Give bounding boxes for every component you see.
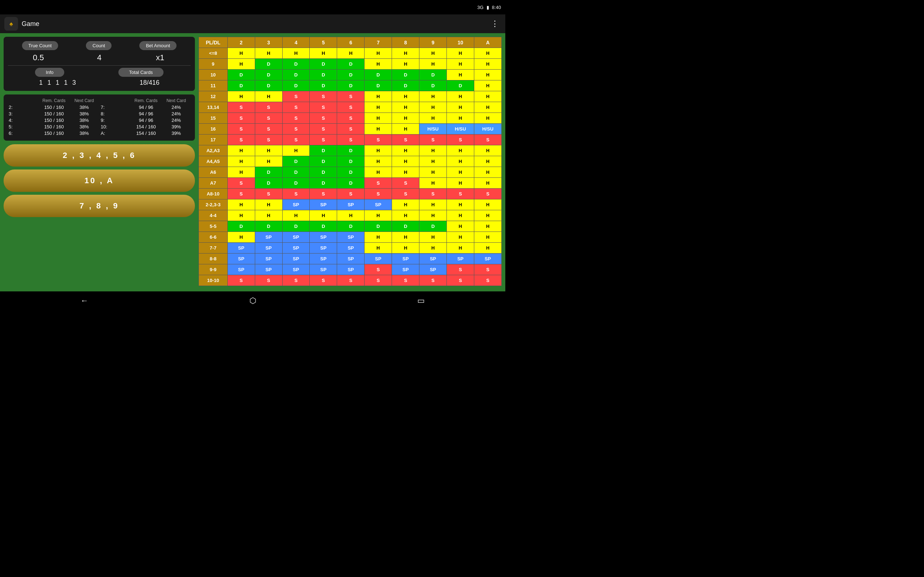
- strategy-row-header: 8-8: [199, 253, 228, 264]
- strategy-cell: H: [447, 232, 474, 243]
- strategy-cell: S: [255, 102, 282, 113]
- strategy-cell: H: [392, 200, 419, 210]
- info-label[interactable]: Info: [35, 68, 65, 77]
- strategy-cell: H: [474, 145, 502, 156]
- strategy-cell: H: [228, 200, 255, 210]
- cards-left-row: 2: 150 / 160 38%: [7, 105, 99, 110]
- strategy-row-header: 12: [199, 91, 228, 102]
- cards-right-row: 8: 94 / 96 24%: [99, 111, 191, 116]
- strategy-cell: S: [310, 102, 337, 113]
- strategy-cell: H: [419, 156, 447, 167]
- strategy-thead: PL/DL2345678910A: [199, 37, 502, 48]
- strategy-cell: H/SU: [447, 124, 474, 134]
- strategy-cell: H: [447, 210, 474, 221]
- recent-button[interactable]: ▭: [406, 293, 436, 308]
- strategy-row: 4-4HHHHHHHHHH: [199, 210, 502, 221]
- cards-table-box: Rem. Cards Next Card 2: 150 / 160 38% 3:…: [3, 95, 195, 141]
- true-count-label[interactable]: True Count: [22, 41, 58, 50]
- next-card-header-right: Next Card: [161, 98, 191, 103]
- strategy-cell: D: [337, 156, 365, 167]
- strategy-cell: SP: [474, 253, 502, 264]
- strategy-col-header: A: [474, 37, 502, 48]
- strategy-cell: H: [474, 156, 502, 167]
- strategy-row-header: 9: [199, 59, 228, 69]
- rem-cards-header-left: Rem. Cards: [39, 98, 69, 103]
- home-button[interactable]: ⬡: [239, 293, 267, 308]
- strategy-cell: D: [255, 178, 282, 189]
- next-card-header-left: Next Card: [69, 98, 99, 103]
- menu-button[interactable]: ⋮: [489, 17, 501, 31]
- strategy-cell: H: [365, 102, 392, 113]
- strategy-row-header: 10-10: [199, 275, 228, 286]
- strategy-cell: H: [447, 59, 474, 69]
- battery-icon: ▮: [486, 5, 489, 10]
- strategy-cell: D: [365, 221, 392, 232]
- strategy-cell: H: [419, 167, 447, 178]
- strategy-cell: H: [282, 48, 310, 59]
- strategy-row: 12HHSSSHHHHH: [199, 91, 502, 102]
- cards-left-section: Rem. Cards Next Card 2: 150 / 160 38% 3:…: [7, 98, 99, 137]
- strategy-cell: S: [282, 113, 310, 124]
- strategy-col-header: 7: [365, 37, 392, 48]
- strategy-row: A7SDDDDSSHHH: [199, 178, 502, 189]
- strategy-cell: H: [447, 243, 474, 253]
- strategy-cell: D: [337, 69, 365, 81]
- strategy-cell: H: [474, 243, 502, 253]
- strategy-cell: H: [474, 48, 502, 59]
- top-bar: ♠ Game ⋮: [0, 15, 505, 33]
- strategy-cell: H: [255, 91, 282, 102]
- info-values-row: 1 1 1 1 3 18/416: [8, 79, 191, 87]
- strategy-row-header: A7: [199, 178, 228, 189]
- strategy-row: 2-2,3-3HHSPSPSPSPHHHH: [199, 200, 502, 210]
- strategy-cell: H: [419, 232, 447, 243]
- total-cards-value: 18/416: [140, 79, 160, 87]
- strategy-cell: H: [447, 156, 474, 167]
- cards-left-row: 5: 150 / 160 38%: [7, 124, 99, 129]
- group-btn-2[interactable]: 7 , 8 , 9: [3, 195, 195, 217]
- cards-left-rows: 2: 150 / 160 38% 3: 150 / 160 38% 4: 150…: [7, 105, 99, 136]
- count-value: 4: [69, 53, 130, 62]
- strategy-cell: S: [282, 275, 310, 286]
- strategy-row: 8-8SPSPSPSPSPSPSPSPSPSP: [199, 253, 502, 264]
- strategy-cell: SP: [255, 243, 282, 253]
- strategy-cell: SP: [228, 264, 255, 275]
- group-btn-1[interactable]: 10 , A: [3, 169, 195, 192]
- strategy-cell: H: [447, 48, 474, 59]
- total-cards-label[interactable]: Total Cards: [118, 68, 164, 77]
- strategy-cell: D: [310, 221, 337, 232]
- group-btn-0[interactable]: 2 , 3 , 4 , 5 , 6: [3, 144, 195, 167]
- strategy-cell: H: [365, 48, 392, 59]
- strategy-cell: SP: [365, 200, 392, 210]
- strategy-cell: S: [365, 189, 392, 200]
- status-bar: 3G ▮ 8:40: [0, 0, 505, 15]
- strategy-cell: S: [337, 113, 365, 124]
- strategy-cell: H: [228, 232, 255, 243]
- back-button[interactable]: ←: [69, 293, 99, 308]
- count-label[interactable]: Count: [86, 41, 111, 50]
- strategy-cell: SP: [392, 264, 419, 275]
- cards-left-row: 4: 150 / 160 38%: [7, 118, 99, 123]
- strategy-cell: H: [419, 59, 447, 69]
- strategy-cell: S: [474, 189, 502, 200]
- strategy-cell: H: [392, 210, 419, 221]
- strategy-cell: D: [282, 81, 310, 91]
- strategy-row-header: 17: [199, 134, 228, 145]
- strategy-cell: H: [474, 221, 502, 232]
- strategy-cell: S: [282, 102, 310, 113]
- strategy-row-header: <=8: [199, 48, 228, 59]
- strategy-cell: S: [447, 275, 474, 286]
- strategy-cell: H: [474, 91, 502, 102]
- strategy-cell: H: [228, 91, 255, 102]
- strategy-cell: D: [255, 59, 282, 69]
- strategy-col-header: 5: [310, 37, 337, 48]
- strategy-cell: SP: [282, 264, 310, 275]
- strategy-cell: SP: [337, 253, 365, 264]
- strategy-cell: H: [474, 232, 502, 243]
- strategy-row-header: 16: [199, 124, 228, 134]
- right-panel: PL/DL2345678910A <=8HHHHHHHHHH9HDDDDHHHH…: [195, 37, 502, 288]
- strategy-cell: H/SU: [474, 124, 502, 134]
- strategy-cell: H: [310, 48, 337, 59]
- strategy-cell: D: [228, 69, 255, 81]
- strategy-cell: H: [419, 200, 447, 210]
- bet-amount-label[interactable]: Bet Amount: [139, 41, 176, 50]
